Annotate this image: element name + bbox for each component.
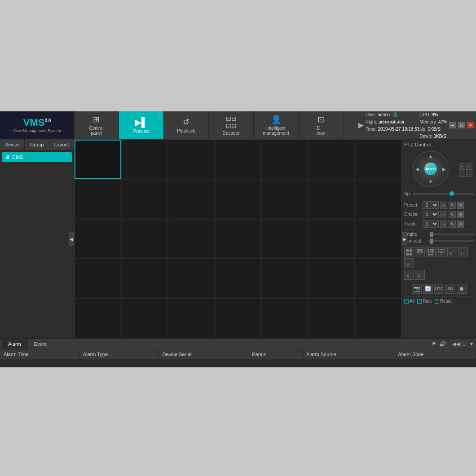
tab-playback[interactable]: ↺ Playback [164, 111, 209, 139]
speed-slider[interactable] [413, 193, 474, 195]
grid-cell-1-3[interactable] [215, 179, 261, 219]
ptz-joystick[interactable]: AUTO ▲ ▼ ◀ ▶ [413, 151, 449, 187]
track-set-button[interactable]: ✎ [449, 220, 456, 228]
snapshot-button[interactable]: 📷 [412, 284, 422, 294]
track-del-button[interactable]: ✕ [457, 220, 464, 228]
focus-in-button[interactable]: — [466, 163, 472, 170]
grid-cell-4-4[interactable] [261, 299, 308, 338]
grid-cell-2-1[interactable] [121, 219, 168, 259]
grid-cell-1-1[interactable] [121, 179, 168, 219]
zoom-out-button[interactable]: - [459, 171, 465, 177]
grid-cell-4-3[interactable] [215, 299, 261, 338]
logout-icon[interactable]: ⏻ [393, 112, 397, 117]
grid-btn-10[interactable]: ⊟10 [458, 247, 468, 257]
grid-cell-2-4[interactable] [261, 219, 308, 259]
focus-out-button[interactable]: — [466, 171, 472, 177]
grid-cell-1-5[interactable] [308, 179, 355, 219]
grid-cell-4-5[interactable] [308, 299, 355, 338]
grid-cell-0-0[interactable] [75, 140, 121, 179]
close-button[interactable]: ✕ [467, 122, 474, 128]
grid-cell-4-0[interactable] [75, 299, 121, 338]
grid-btn-99[interactable]: ⊞99 [404, 270, 414, 280]
flag-icon[interactable]: ⚑ [432, 341, 436, 347]
cruise-del-button[interactable]: ✕ [457, 211, 464, 218]
grid-cell-0-4[interactable] [261, 140, 308, 179]
grid-cell-3-3[interactable] [215, 259, 261, 298]
grid-cell-2-6[interactable] [355, 219, 401, 259]
checkbox-result[interactable]: Result [435, 299, 453, 304]
tab-alarm[interactable]: Alarm [2, 339, 28, 349]
grid-cell-0-2[interactable] [168, 140, 215, 179]
grid-cell-3-6[interactable] [355, 259, 401, 298]
3d-button[interactable]: 3D [445, 284, 455, 294]
preview-close-icon[interactable]: ✕ [158, 112, 162, 117]
zoom-in-button[interactable]: + [459, 163, 465, 170]
grid-cell-4-6[interactable] [355, 299, 401, 338]
grid-cell-3-4[interactable] [261, 259, 308, 298]
checkbox-all[interactable]: All [404, 299, 414, 304]
preset-set-button[interactable]: ✎ [449, 202, 456, 209]
grid-cell-4-2[interactable] [168, 299, 215, 338]
grid-btn-64[interactable]: ⊡64 [404, 258, 414, 268]
grid-cell-0-5[interactable] [308, 140, 355, 179]
cruise-goto-button[interactable]: → [440, 211, 447, 218]
ptz-up-arrow[interactable]: ▲ [428, 154, 433, 159]
track-goto-button[interactable]: → [440, 220, 447, 228]
grid-cell-4-1[interactable] [121, 299, 168, 338]
restore-button[interactable]: □ [458, 122, 465, 128]
tab-control-panel[interactable]: ⊞ Controlpanel [74, 111, 119, 139]
grid-btn-30[interactable]: ⊞30 [447, 247, 457, 257]
result-checkbox-box[interactable] [435, 299, 439, 304]
grid-cell-1-4[interactable] [261, 179, 308, 219]
grid-btn-25[interactable]: 25 [436, 247, 446, 257]
preset-del-button[interactable]: ✕ [457, 202, 464, 209]
panel-restore-icon[interactable]: □ [463, 341, 466, 347]
grid-cell-3-5[interactable] [308, 259, 355, 298]
rotate-button[interactable]: 🔄 [423, 284, 433, 294]
ptz-right-arrow[interactable]: ▶ [442, 167, 446, 172]
grid-cell-2-0[interactable] [75, 219, 121, 259]
minimize-button[interactable]: ─ [449, 122, 456, 128]
grid-btn-16[interactable]: 16 [404, 247, 414, 257]
cruise-select[interactable]: 123 [423, 211, 439, 218]
sound-icon[interactable]: 🔊 [439, 341, 446, 347]
all-checkbox-box[interactable] [404, 299, 409, 304]
bright-slider[interactable] [428, 234, 474, 235]
grid-cell-0-3[interactable] [215, 140, 261, 179]
sidebar-tab-device[interactable]: Device [0, 139, 25, 150]
grid-cell-1-6[interactable] [355, 179, 401, 219]
grid-cell-3-0[interactable] [75, 259, 121, 298]
rule-checkbox-box[interactable] [417, 299, 422, 304]
tab-event[interactable]: Event [28, 339, 53, 349]
sidebar-tab-layout[interactable]: Layout [49, 139, 74, 150]
grid-cell-2-3[interactable] [215, 219, 261, 259]
cms-item[interactable]: 🖥 CMS [2, 152, 72, 162]
nav-right-arrow[interactable]: ▶ [357, 111, 366, 139]
grid-cell-3-1[interactable] [121, 259, 168, 298]
grid-btn-21[interactable]: 21 [426, 247, 436, 257]
collapse-left-button[interactable]: ◀ [69, 232, 74, 246]
grid-cell-0-6[interactable] [355, 140, 401, 179]
tab-device-man[interactable]: ⊡ Dman [299, 111, 344, 139]
grid-cell-2-2[interactable] [168, 219, 215, 259]
grid-btn-43[interactable]: ⊟43 [415, 270, 425, 280]
grid-cell-1-0[interactable] [75, 179, 121, 219]
grid-cell-0-1[interactable] [121, 140, 168, 179]
contrast-slider[interactable] [428, 240, 474, 242]
preset-goto-button[interactable]: → [440, 202, 447, 209]
grid-cell-3-2[interactable] [168, 259, 215, 298]
collapse-right-button[interactable]: ▶ [402, 232, 407, 246]
ptz-down-arrow[interactable]: ▼ [428, 179, 433, 184]
grid-btn-17[interactable]: 17 [415, 247, 425, 257]
checkbox-rule[interactable]: Rule [417, 299, 432, 304]
track-select[interactable]: 123 [423, 220, 439, 228]
ptz-left-arrow[interactable]: ◀ [415, 167, 419, 172]
sidebar-tab-group[interactable]: Group [25, 139, 49, 150]
record-button[interactable]: ⏺ [457, 284, 467, 294]
preset-select[interactable]: 123 [423, 201, 439, 209]
tab-decoder[interactable]: ⊟⊟⊟⊟ Decoder [209, 111, 254, 139]
utc-button[interactable]: UTC [434, 284, 444, 294]
tab-intelligent[interactable]: 👤 Intelligentmanagement [254, 111, 299, 139]
grid-cell-2-5[interactable] [308, 219, 355, 259]
cruise-set-button[interactable]: ✎ [449, 211, 456, 218]
